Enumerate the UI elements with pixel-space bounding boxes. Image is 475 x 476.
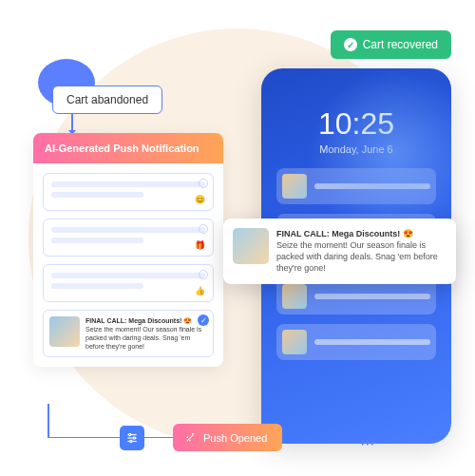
arrow-down-icon [71,112,73,131]
radio-icon [199,270,208,279]
notification-content: FINAL CALL: Mega Discounts! 😍 Seize the … [276,228,446,275]
svg-point-4 [133,437,135,439]
lock-notification [276,278,436,314]
notification-body: Seize the moment! Our season finale is p… [276,240,438,273]
arrow-right-icon [362,432,376,449]
magic-wand-icon [184,431,197,444]
settings-button[interactable] [120,426,144,450]
notification-emoji: 😍 [183,317,192,324]
push-opened-label: Push Opened [203,432,267,444]
emoji-icon: 👍 [195,286,205,295]
notification-body: Seize the moment! Our season finale is p… [86,326,201,350]
emoji-icon: 😊 [195,195,205,204]
notification-text: FINAL CALL: Mega Discounts! 😍 Seize the … [86,316,207,351]
panel-body: 😊 🎁 👍 ✓ FINAL CALL: Mega Discounts! 😍 Se… [33,163,223,367]
selected-check-icon: ✓ [198,314,209,326]
notification-option[interactable]: 🎁 [43,219,214,257]
notification-emoji: 😍 [403,229,413,238]
notification-option[interactable]: 👍 [43,264,214,302]
radio-icon [199,224,208,234]
svg-point-3 [129,433,131,435]
ai-notification-panel: AI-Generated Push Notification 😊 🎁 👍 ✓ F… [33,133,223,367]
check-icon [344,38,357,51]
notification-thumbnail [233,228,269,264]
push-opened-badge: Push Opened [173,424,282,451]
emoji-icon: 🎁 [195,240,205,250]
push-notification-popup[interactable]: FINAL CALL: Mega Discounts! 😍 Seize the … [223,219,456,284]
notification-title: FINAL CALL: Mega Discounts! [86,317,181,324]
cart-abandoned-label: Cart abandoned [52,86,162,114]
notification-thumbnail [49,316,80,347]
svg-point-5 [130,440,132,442]
flow-line [48,404,49,438]
notification-title: FINAL CALL: Mega Discounts! [276,229,400,238]
lock-notification [276,324,436,360]
notification-option-selected[interactable]: ✓ FINAL CALL: Mega Discounts! 😍 Seize th… [43,310,214,357]
sliders-icon [125,431,139,445]
cart-recovered-label: Cart recovered [363,38,438,51]
cart-recovered-badge: Cart recovered [331,30,451,59]
radio-icon [199,179,208,188]
panel-title: AI-Generated Push Notification [33,133,223,163]
notification-option[interactable]: 😊 [43,173,214,211]
